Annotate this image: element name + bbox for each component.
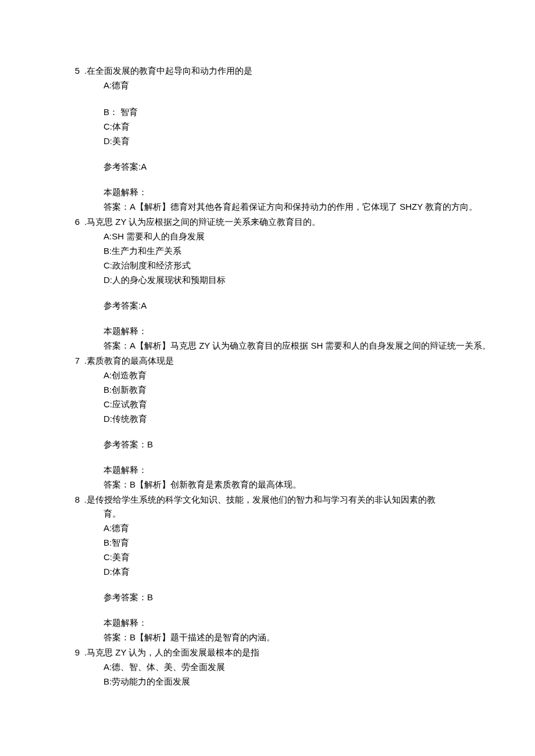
number-text: 5 (75, 66, 80, 76)
option-a: A:德育 (104, 78, 512, 92)
explain-label: 本题解释： (104, 324, 512, 338)
stem-text: 马克思 ZY 认为，人的全面发展最根本的是指 (87, 647, 259, 657)
question-5: 5 .在全面发展的教育中起导向和动力作用的是 A:德育 B： 智育 C:体育 D… (23, 64, 512, 214)
option-b: B： 智育 (104, 105, 512, 119)
question-number: 5 (67, 64, 84, 78)
question-7: 7 .素质教育的最高体现是 A:创造教育 B:创新教育 C:应试教育 D:传统教… (23, 354, 512, 492)
question-number: 6 (67, 215, 84, 229)
stem-text: 是传授给学生系统的科学文化知识、技能，发展他们的智力和与学习有关的非认知因素的教 (87, 495, 436, 504)
option-c: C:政治制度和经济形式 (104, 259, 512, 273)
answer-label: 参考答案：B (104, 592, 153, 602)
option-d: D:美育 (104, 134, 512, 148)
question-row: 8 .是传授给学生系统的科学文化知识、技能，发展他们的智力和与学习有关的非认知因… (23, 493, 512, 507)
option-d: D:传统教育 (104, 412, 512, 426)
option-d: D:人的身心发展现状和预期目标 (104, 273, 512, 287)
options-block: A:德、智、体、美、劳全面发展 B:劳动能力的全面发展 (104, 660, 512, 689)
question-9: 9 .马克思 ZY 认为，人的全面发展最根本的是指 A:德、智、体、美、劳全面发… (23, 646, 512, 689)
stem-text: 马克思 ZY 认为应根据之间的辩证统一关系来确立教育目的。 (87, 217, 320, 227)
option-a: A:德、智、体、美、劳全面发展 (104, 660, 512, 674)
explain-label: 本题解释： (104, 185, 512, 199)
option-a: A:SH 需要和人的自身发展 (104, 230, 512, 243)
answer-block: 参考答案:A (104, 299, 512, 313)
options-block: A:德育 B:智育 C:美育 D:体育 (104, 521, 512, 579)
answer-label: 参考答案:A (104, 300, 147, 310)
option-c: C:应试教育 (104, 397, 512, 411)
explain-label: 本题解释： (104, 463, 512, 477)
question-stem: .在全面发展的教育中起导向和动力作用的是 (84, 64, 512, 78)
stem-text: 素质教育的最高体现是 (87, 356, 174, 366)
question-stem: .素质教育的最高体现是 (84, 354, 512, 368)
explain-block: 本题解释： 答案：B【解析】创新教育是素质教育的最高体现。 (104, 463, 512, 492)
question-row: 9 .马克思 ZY 认为，人的全面发展最根本的是指 (23, 646, 512, 660)
number-text: 7 (75, 356, 80, 366)
option-c: C:体育 (104, 120, 512, 134)
option-a: A:创造教育 (104, 368, 512, 382)
option-a: A:德育 (104, 521, 512, 535)
answer-block: 参考答案：B (104, 438, 512, 452)
explain-block: 本题解释： 答案：A【解析】德育对其他各育起着保证方向和保持动力的作用，它体现了… (104, 185, 512, 214)
question-stem: .马克思 ZY 认为，人的全面发展最根本的是指 (84, 646, 512, 660)
options-block: A:德育 B： 智育 C:体育 D:美育 (104, 78, 512, 148)
option-blank (104, 93, 512, 105)
explain-text: 答案：A【解析】马克思 ZY 认为确立教育目的应根据 SH 需要和人的自身发展之… (104, 339, 512, 353)
question-row: 5 .在全面发展的教育中起导向和动力作用的是 (23, 64, 512, 78)
answer-block: 参考答案：B (104, 590, 512, 604)
number-text: 9 (75, 647, 80, 657)
explain-label: 本题解释： (104, 616, 512, 630)
question-number: 8 (67, 493, 84, 507)
option-b: B:生产力和生产关系 (104, 244, 512, 258)
explain-block: 本题解释： 答案：A【解析】马克思 ZY 认为确立教育目的应根据 SH 需要和人… (104, 324, 512, 353)
answer-label: 参考答案：B (104, 439, 153, 449)
options-block: A:SH 需要和人的自身发展 B:生产力和生产关系 C:政治制度和经济形式 D:… (104, 230, 512, 287)
option-d: D:体育 (104, 565, 512, 579)
stem-text: 在全面发展的教育中起导向和动力作用的是 (87, 66, 252, 76)
number-text: 8 (75, 495, 80, 504)
question-stem: .马克思 ZY 认为应根据之间的辩证统一关系来确立教育目的。 (84, 215, 512, 229)
stem-continuation: 育。 (104, 507, 512, 521)
explain-text: 答案：A【解析】德育对其他各育起着保证方向和保持动力的作用，它体现了 SHZY … (104, 200, 512, 214)
question-6: 6 .马克思 ZY 认为应根据之间的辩证统一关系来确立教育目的。 A:SH 需要… (23, 215, 512, 353)
option-b: B:智育 (104, 536, 512, 550)
answer-label: 参考答案:A (104, 162, 147, 171)
option-b: B:劳动能力的全面发展 (104, 675, 512, 689)
question-number: 9 (67, 646, 84, 660)
options-block: A:创造教育 B:创新教育 C:应试教育 D:传统教育 (104, 368, 512, 426)
explain-text: 答案：B【解析】题干描述的是智育的内涵。 (104, 630, 512, 644)
question-stem: .是传授给学生系统的科学文化知识、技能，发展他们的智力和与学习有关的非认知因素的… (84, 493, 512, 507)
number-text: 6 (75, 217, 80, 227)
question-row: 7 .素质教育的最高体现是 (23, 354, 512, 368)
explain-text: 答案：B【解析】创新教育是素质教育的最高体现。 (104, 478, 512, 492)
explain-block: 本题解释： 答案：B【解析】题干描述的是智育的内涵。 (104, 616, 512, 644)
question-8: 8 .是传授给学生系统的科学文化知识、技能，发展他们的智力和与学习有关的非认知因… (23, 493, 512, 644)
answer-block: 参考答案:A (104, 160, 512, 174)
question-row: 6 .马克思 ZY 认为应根据之间的辩证统一关系来确立教育目的。 (23, 215, 512, 229)
option-b: B:创新教育 (104, 383, 512, 397)
option-c: C:美育 (104, 550, 512, 564)
question-number: 7 (67, 354, 84, 368)
